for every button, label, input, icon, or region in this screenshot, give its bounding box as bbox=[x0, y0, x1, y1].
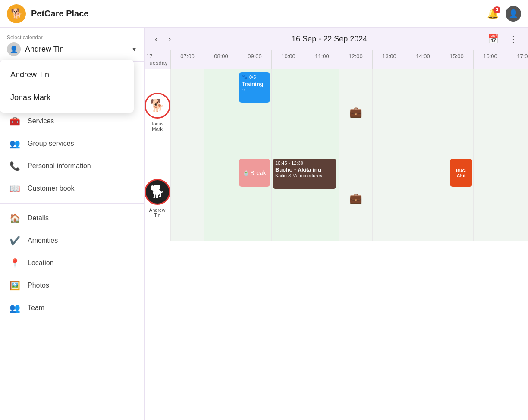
event-break[interactable]: 🍵 Break bbox=[239, 159, 270, 187]
row-label-spacer: 17 Tuesday bbox=[145, 50, 170, 69]
calendar-next-button[interactable]: › bbox=[165, 32, 175, 46]
sidebar-item-group-services[interactable]: 👥 Group services bbox=[0, 132, 144, 155]
logo-dog-icon: 🐕 bbox=[11, 8, 22, 19]
sidebar-item-amenities[interactable]: ✔️ Amenities bbox=[0, 229, 144, 252]
sidebar-label-services: Services bbox=[28, 117, 54, 125]
cell-andrew-14 bbox=[406, 155, 440, 241]
event-break-label: Break bbox=[250, 169, 266, 176]
chevron-down-icon: ▼ bbox=[131, 46, 137, 53]
sidebar-label-amenities: Amenities bbox=[28, 237, 58, 244]
details-icon: 🏠 bbox=[9, 213, 21, 223]
notification-badge: 3 bbox=[493, 6, 500, 13]
sidebar-label-photos: Photos bbox=[28, 282, 49, 289]
notifications-button[interactable]: 🔔 3 bbox=[487, 8, 499, 19]
cell-andrew-09: 🍵 Break bbox=[238, 155, 271, 241]
time-header-13: 13:00 bbox=[372, 50, 406, 69]
event-booking-time: 10:45 - 12:30 bbox=[275, 160, 334, 166]
cell-andrew-07 bbox=[170, 155, 204, 241]
calendar-more-button[interactable]: ⋮ bbox=[506, 32, 521, 46]
app-logo: 🐕 bbox=[7, 4, 26, 23]
photos-icon: 🖼️ bbox=[9, 280, 21, 291]
sidebar-item-details[interactable]: 🏠 Details bbox=[0, 207, 144, 229]
time-header-14: 14:00 bbox=[406, 50, 440, 69]
calendar-grid: 17 Tuesday 07:00 08:00 09:00 10:00 11:00… bbox=[145, 50, 528, 241]
dropdown-item-jonas[interactable]: Jonas Mark bbox=[0, 86, 134, 109]
staff-name-jonas: Jonas Mark bbox=[146, 121, 168, 132]
app-title: PetCare Place bbox=[31, 9, 487, 19]
briefcase-icon-andrew-12: 💼 bbox=[349, 192, 362, 204]
calendar-view-button[interactable]: 📅 bbox=[484, 32, 502, 46]
sidebar-label-group-services: Group services bbox=[28, 140, 74, 147]
calendar-avatar-icon: 👤 bbox=[9, 45, 18, 53]
calendar-dropdown-button[interactable]: 👤 Andrew Tin ▼ bbox=[7, 42, 137, 56]
cell-andrew-15: Buc-Akit bbox=[440, 155, 473, 241]
event-training-header: 🐾 0/5 bbox=[242, 74, 267, 80]
cell-andrew-10: 10:45 - 12:30 Bucho - Akita inu Kailio S… bbox=[271, 155, 305, 241]
event-booking-service: Kailio SPA procedures bbox=[275, 173, 334, 178]
cell-andrew-17 bbox=[507, 155, 528, 241]
sidebar-item-personal-information[interactable]: 📞 Personal information bbox=[0, 155, 144, 177]
calendar-prev-button[interactable]: ‹ bbox=[151, 32, 161, 46]
sidebar: Select calendar 👤 Andrew Tin ▼ Andrew Ti… bbox=[0, 28, 145, 420]
sidebar-label-location: Location bbox=[28, 259, 54, 267]
break-icon: 🍵 bbox=[243, 170, 249, 176]
time-header-10: 10:00 bbox=[271, 50, 305, 69]
cell-jonas-15 bbox=[440, 69, 473, 155]
customer-book-icon: 📖 bbox=[9, 183, 21, 194]
calendar-selector-label: Select calendar bbox=[7, 34, 137, 41]
sidebar-label-team: Team bbox=[28, 304, 44, 312]
user-avatar-button[interactable]: 👤 bbox=[506, 6, 521, 22]
cell-jonas-12: 💼 bbox=[339, 69, 372, 155]
training-paw-icon: 🐾 bbox=[242, 74, 248, 80]
cell-jonas-14 bbox=[406, 69, 440, 155]
staff-avatar-andrew: 🐕 bbox=[145, 179, 170, 205]
event-training-arrow: ↔ bbox=[242, 87, 267, 92]
time-header-15: 15:00 bbox=[440, 50, 473, 69]
briefcase-icon-jonas-12: 💼 bbox=[349, 106, 362, 118]
calendar-selector: Select calendar 👤 Andrew Tin ▼ Andrew Ti… bbox=[0, 28, 144, 62]
cell-jonas-16 bbox=[473, 69, 507, 155]
time-header-12: 12:00 bbox=[339, 50, 372, 69]
sidebar-item-team[interactable]: 👥 Team bbox=[0, 297, 144, 319]
staff-row-jonas: 🐕 Jonas Mark 🐾 0/5 bbox=[145, 69, 528, 155]
sidebar-item-services[interactable]: 🧰 Services bbox=[0, 110, 144, 132]
sidebar-label-customer-book: Customer book bbox=[28, 185, 75, 192]
event-training[interactable]: 🐾 0/5 Training ↔ bbox=[239, 72, 270, 103]
time-header-08: 08:00 bbox=[204, 50, 238, 69]
location-icon: 📍 bbox=[9, 258, 21, 268]
main-layout: Select calendar 👤 Andrew Tin ▼ Andrew Ti… bbox=[0, 28, 528, 420]
time-header-16: 16:00 bbox=[473, 50, 507, 69]
staff-cells-jonas: 🐾 0/5 Training ↔ 💼 bbox=[170, 69, 528, 155]
sidebar-item-customer-book[interactable]: 📖 Customer book bbox=[0, 177, 144, 200]
dropdown-item-andrew[interactable]: Andrew Tin bbox=[0, 63, 134, 86]
staff-dog-icon-jonas: 🐕 bbox=[150, 98, 165, 113]
services-icon: 🧰 bbox=[9, 116, 21, 126]
sidebar-item-photos[interactable]: 🖼️ Photos bbox=[0, 274, 144, 297]
cell-andrew-16 bbox=[473, 155, 507, 241]
event-booking[interactable]: 10:45 - 12:30 Bucho - Akita inu Kailio S… bbox=[273, 159, 336, 189]
time-headers: 07:00 08:00 09:00 10:00 11:00 12:00 13:0… bbox=[170, 50, 528, 69]
cell-jonas-13 bbox=[372, 69, 406, 155]
cell-jonas-09: 🐾 0/5 Training ↔ bbox=[238, 69, 271, 155]
staff-label-andrew: 🐕 Andrew Tin bbox=[145, 155, 170, 241]
staff-dog-icon-andrew: 🐕 bbox=[150, 185, 165, 199]
training-badge: 0/5 bbox=[249, 75, 256, 80]
calendar-area: ‹ › 16 Sep - 22 Sep 2024 📅 ⋮ 17 Tuesday … bbox=[145, 28, 528, 420]
user-avatar-icon: 👤 bbox=[509, 9, 518, 19]
time-header-11: 11:00 bbox=[305, 50, 339, 69]
event-booking-small[interactable]: Buc-Akit bbox=[450, 159, 472, 187]
header-icons: 🔔 3 👤 bbox=[487, 6, 521, 22]
staff-avatar-jonas: 🐕 bbox=[145, 93, 170, 119]
cell-andrew-12: 💼 bbox=[339, 155, 372, 241]
calendar-time-header: 17 Tuesday 07:00 08:00 09:00 10:00 11:00… bbox=[145, 50, 528, 69]
sidebar-label-personal-information: Personal information bbox=[28, 162, 91, 170]
cell-jonas-08 bbox=[204, 69, 238, 155]
event-booking-name: Bucho - Akita inu bbox=[275, 166, 334, 173]
event-booking-small-label: Buc-Akit bbox=[456, 168, 466, 178]
sidebar-item-location[interactable]: 📍 Location bbox=[0, 252, 144, 274]
calendar-grid-container[interactable]: 17 Tuesday 07:00 08:00 09:00 10:00 11:00… bbox=[145, 50, 528, 420]
day-label: 17 Tuesday bbox=[145, 50, 170, 69]
nav-top-section: 📅 Calendar 📊 Calendar settings 🧰 Service… bbox=[0, 62, 144, 420]
calendar-avatar: 👤 bbox=[7, 42, 21, 56]
cell-jonas-10 bbox=[271, 69, 305, 155]
